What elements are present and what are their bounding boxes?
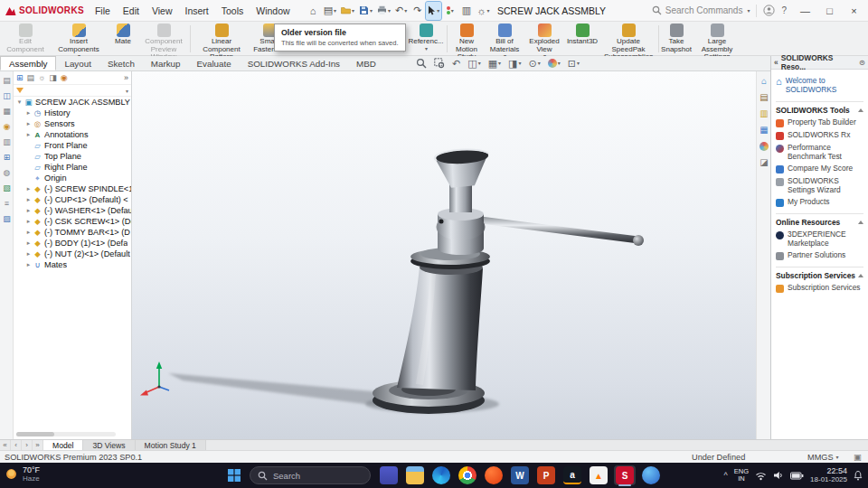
tab-sketch[interactable]: Sketch	[99, 56, 143, 70]
doc-tab-3d-views[interactable]: 3D Views	[83, 440, 135, 450]
welcome-link[interactable]: ⌂ Welcome to SOLIDWORKS	[776, 76, 863, 94]
menu-edit[interactable]: Edit	[117, 0, 146, 22]
custom-properties-icon[interactable]: ◪	[758, 155, 770, 169]
property-manager-tab-icon[interactable]: ▤	[27, 73, 35, 82]
wifi-icon[interactable]	[755, 471, 767, 481]
powerpoint-icon[interactable]: P	[535, 465, 557, 485]
expand-arrow-icon[interactable]: ▸	[24, 239, 33, 247]
left-dock-icon-1[interactable]: ▤	[1, 74, 13, 87]
doc-tab-model[interactable]: Model	[43, 440, 83, 450]
tab-scroll-left-icon[interactable]: ‹	[11, 440, 22, 450]
edge-icon[interactable]	[430, 465, 452, 485]
doc-tab-motion-study-1[interactable]: Motion Study 1	[136, 440, 206, 450]
notifications-icon[interactable]	[854, 470, 863, 481]
display-manager-tab-icon[interactable]: ◉	[61, 73, 68, 82]
taskpane-item-property-tab-builder[interactable]: Property Tab Builder	[776, 118, 863, 127]
expand-arrow-icon[interactable]: ▸	[24, 250, 33, 258]
ribbon-button-reference-geometry[interactable]: Referenc...▾	[405, 23, 447, 52]
collapse-pane-icon[interactable]: «	[774, 58, 778, 67]
file-explorer-icon[interactable]	[404, 465, 426, 485]
start-button[interactable]	[228, 469, 241, 483]
taskpane-item-my-products[interactable]: My Products	[776, 198, 863, 207]
ribbon-button-insert-components[interactable]: Insert Components▾	[51, 23, 107, 59]
tree-item-nut[interactable]: ▸ ◆ (-) NUT (2)<1> (Default	[14, 249, 131, 259]
tree-item-history[interactable]: ▸ ◷ History	[14, 108, 131, 118]
tray-overflow-icon[interactable]: ^	[724, 471, 728, 480]
tree-item-annotations[interactable]: ▸ A Annotations	[14, 129, 131, 140]
tree-item-tommy-bar[interactable]: ▸ ◆ (-) TOMMY BAR<1> (D	[14, 227, 131, 238]
tree-item-washer[interactable]: ▸ ◆ (-) WASHER<1> (Defaul	[14, 205, 131, 216]
tree-item-sensors[interactable]: ▸ ◎ Sensors	[14, 118, 131, 129]
expand-arrow-icon[interactable]: ▸	[24, 120, 33, 127]
menu-file[interactable]: File	[89, 0, 117, 22]
ribbon-button-mate[interactable]: Mate	[108, 23, 137, 46]
clock[interactable]: 22:54 18-01-2025	[810, 466, 847, 484]
zoom-to-area-icon[interactable]	[434, 58, 445, 69]
expand-arrow-icon[interactable]: ▸	[24, 196, 33, 203]
ribbon-button-instant3d[interactable]: Instant3D	[566, 23, 599, 46]
solidworks-icon[interactable]: S	[614, 465, 636, 485]
rebuild-icon[interactable]: ▾	[442, 2, 458, 20]
tab-assembly[interactable]: Assembly	[0, 56, 56, 70]
units-selector[interactable]: MMGS ▾	[807, 453, 839, 462]
options-icon[interactable]: ☼▾	[475, 2, 491, 20]
tree-item-body[interactable]: ▸ ◆ (-) BODY (1)<1> (Defa	[14, 238, 131, 249]
language-switcher[interactable]: ENG IN	[734, 468, 749, 483]
pin-icon[interactable]: ⊙	[859, 58, 865, 67]
expand-arrow-icon[interactable]: ▸	[24, 229, 33, 236]
left-dock-icon-6[interactable]: ⊞	[1, 151, 13, 164]
expand-arrow-icon[interactable]: ▸	[24, 218, 33, 225]
open-icon[interactable]: ▾	[339, 2, 356, 20]
ribbon-button-exploded-view[interactable]: Exploded View▾	[524, 23, 564, 59]
display-style-icon[interactable]: ◨▾	[508, 59, 521, 69]
expand-pane-icon[interactable]: »	[124, 73, 128, 82]
home-icon[interactable]: ⌂	[306, 2, 321, 20]
tab-markup[interactable]: Markup	[143, 56, 189, 70]
brave-icon[interactable]	[483, 465, 505, 485]
redo-icon[interactable]: ↷	[410, 2, 425, 20]
save-icon[interactable]: ▾	[357, 2, 374, 20]
ribbon-button-bill-of-materials[interactable]: Bill of Materials▾	[486, 23, 523, 59]
left-dock-icon-7[interactable]: ◍	[1, 166, 13, 179]
taskpane-item-solidworks-rx[interactable]: SOLIDWORKS Rx	[776, 131, 863, 140]
collapse-section-icon[interactable]	[858, 108, 863, 112]
close-button[interactable]: ×	[842, 0, 866, 21]
left-dock-icon-9[interactable]: ≡	[1, 197, 13, 210]
left-dock-icon-5[interactable]: ▥	[1, 136, 13, 148]
undo-icon[interactable]: ↶▾	[393, 2, 409, 20]
edit-appearance-icon[interactable]: ▾	[548, 59, 561, 68]
chrome-icon[interactable]	[457, 465, 478, 485]
ribbon-button-take-snapshot[interactable]: Take Snapshot	[660, 23, 693, 53]
tab-solidworks-add-ins[interactable]: SOLIDWORKS Add-Ins	[240, 56, 348, 70]
expand-arrow-icon[interactable]: ▾	[15, 99, 24, 106]
tree-item-cup[interactable]: ▸ ◆ (-) CUP<1> (Default) <	[14, 194, 131, 205]
battery-icon[interactable]	[790, 472, 804, 480]
command-search[interactable]: Search Commands ▾	[652, 5, 750, 15]
view-palette-icon[interactable]: ▦	[758, 123, 770, 136]
select-tool-icon[interactable]: ▾	[426, 2, 441, 20]
copilot-icon[interactable]	[640, 465, 662, 485]
new-document-icon[interactable]: ▤▾	[322, 2, 338, 20]
left-dock-icon-2[interactable]: ◫	[1, 89, 13, 102]
tree-item-assembly-root[interactable]: ▾ ▣ SCREW JACK ASSMBLY (De	[14, 97, 131, 108]
tree-item-origin[interactable]: ⌖ Origin	[14, 173, 131, 183]
menu-view[interactable]: View	[146, 0, 179, 22]
tree-item-csk-screw[interactable]: ▸ ◆ (-) CSK SCREW<1> (De	[14, 216, 131, 227]
section-view-icon[interactable]: ◫▾	[467, 59, 480, 69]
collapse-section-icon[interactable]	[858, 221, 863, 224]
expand-arrow-icon[interactable]: ▸	[24, 131, 33, 138]
design-library-icon[interactable]: ▤	[758, 90, 770, 104]
view-settings-icon[interactable]: ⊡▾	[568, 59, 580, 69]
minimize-button[interactable]: —	[793, 0, 817, 21]
feature-tree-tab-icon[interactable]: ⊞	[16, 73, 24, 82]
expand-arrow-icon[interactable]: ▸	[24, 185, 33, 192]
taskpane-item-partner-solutions[interactable]: Partner Solutions	[776, 251, 863, 260]
taskpane-item-3dexperience-marketplace[interactable]: 3DEXPERIENCE Marketplace	[776, 230, 863, 248]
expand-arrow-icon[interactable]: ▸	[24, 261, 33, 268]
collapse-section-icon[interactable]	[858, 274, 863, 277]
view-orientation-icon[interactable]: ▦▾	[488, 59, 501, 69]
volume-icon[interactable]	[773, 471, 784, 480]
graphics-viewport[interactable]	[132, 71, 756, 439]
teams-icon[interactable]	[378, 465, 400, 485]
maximize-button[interactable]: □	[817, 0, 842, 21]
